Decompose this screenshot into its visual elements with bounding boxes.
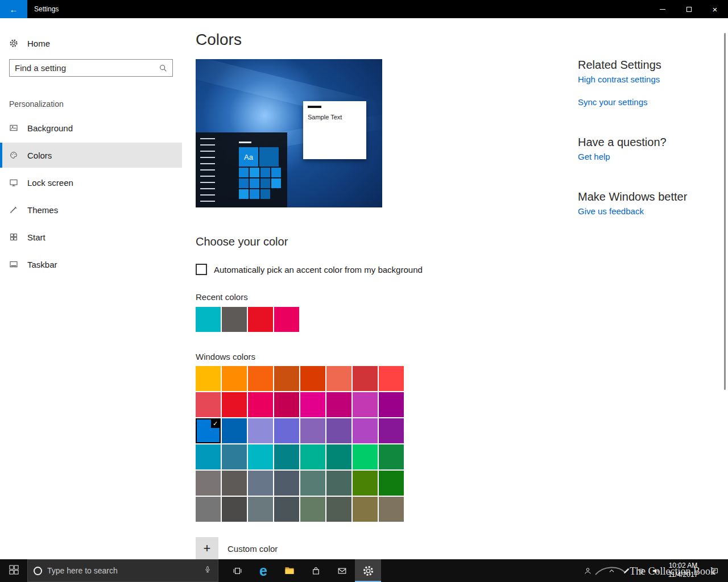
windows-color-swatch[interactable] <box>326 444 351 469</box>
windows-color-swatch[interactable] <box>274 366 299 391</box>
windows-color-swatch[interactable] <box>248 392 273 417</box>
windows-color-swatch[interactable] <box>353 392 378 417</box>
people-button[interactable] <box>579 559 596 582</box>
taskbar-search-input[interactable] <box>47 566 198 575</box>
recent-color-swatch[interactable] <box>196 307 221 332</box>
windows-color-swatch[interactable] <box>300 471 325 496</box>
auto-accent-label: Automatically pick an accent color from … <box>214 265 423 275</box>
tray-overflow-button[interactable] <box>604 559 619 582</box>
windows-color-swatch[interactable] <box>353 497 378 522</box>
custom-color-label: Custom color <box>228 544 278 554</box>
recent-color-swatch[interactable] <box>222 307 247 332</box>
action-center-button[interactable] <box>703 559 726 582</box>
windows-color-swatch[interactable] <box>379 497 404 522</box>
sidebar-item-start[interactable]: Start <box>0 225 182 250</box>
recent-color-swatch[interactable] <box>274 307 299 332</box>
edge-button[interactable]: e <box>250 559 276 582</box>
windows-color-swatch[interactable] <box>274 392 299 417</box>
gear-icon <box>9 39 18 48</box>
mail-button[interactable] <box>329 559 355 582</box>
sidebar-item-home[interactable]: Home <box>0 32 182 55</box>
windows-color-swatch[interactable]: ✓ <box>196 418 221 443</box>
windows-color-swatch[interactable] <box>222 444 247 469</box>
windows-color-swatch[interactable] <box>379 471 404 496</box>
sync-settings-link[interactable]: Sync your settings <box>578 97 648 107</box>
windows-color-swatch[interactable] <box>326 497 351 522</box>
windows-color-swatch[interactable] <box>274 497 299 522</box>
give-feedback-link[interactable]: Give us feedback <box>578 206 644 216</box>
windows-color-swatch[interactable] <box>379 366 404 391</box>
windows-color-swatch[interactable] <box>326 392 351 417</box>
preview-tile-group-label <box>239 142 251 143</box>
volume-tray-button[interactable] <box>648 559 663 582</box>
back-button[interactable]: ← <box>0 0 27 18</box>
windows-color-swatch[interactable] <box>274 418 299 443</box>
windows-color-swatch[interactable] <box>248 471 273 496</box>
windows-color-swatch[interactable] <box>379 392 404 417</box>
windows-color-swatch[interactable] <box>248 497 273 522</box>
scrollbar-thumb[interactable] <box>724 33 726 390</box>
windows-color-swatch[interactable] <box>379 418 404 443</box>
windows-color-swatch[interactable] <box>353 418 378 443</box>
windows-color-swatch[interactable] <box>222 418 247 443</box>
windows-color-swatch[interactable] <box>222 366 247 391</box>
search-icon[interactable] <box>154 64 172 73</box>
sidebar-item-colors[interactable]: Colors <box>0 143 182 168</box>
custom-color-button[interactable]: + <box>196 537 218 560</box>
windows-color-swatch[interactable] <box>326 418 351 443</box>
high-contrast-link[interactable]: High contrast settings <box>578 74 660 84</box>
windows-color-swatch[interactable] <box>353 444 378 469</box>
windows-color-swatch[interactable] <box>300 392 325 417</box>
sidebar-item-taskbar[interactable]: Taskbar <box>0 252 182 277</box>
sidebar-item-themes[interactable]: Themes <box>0 197 182 222</box>
windows-color-swatch[interactable] <box>196 392 221 417</box>
taskbar-clock[interactable]: 10:02 AM 11/4/2017 <box>663 562 703 579</box>
windows-color-swatch[interactable] <box>274 444 299 469</box>
windows-color-swatch[interactable] <box>248 366 273 391</box>
windows-color-swatch[interactable] <box>300 497 325 522</box>
windows-color-swatch[interactable] <box>353 366 378 391</box>
close-button[interactable]: × <box>702 0 728 18</box>
windows-color-swatch[interactable] <box>222 497 247 522</box>
task-view-button[interactable] <box>224 559 250 582</box>
windows-color-swatch[interactable] <box>196 366 221 391</box>
maximize-button[interactable] <box>676 0 702 18</box>
windows-color-swatch[interactable] <box>222 392 247 417</box>
recent-color-swatch[interactable] <box>248 307 273 332</box>
get-help-link[interactable]: Get help <box>578 152 610 161</box>
start-tile <box>260 178 270 188</box>
auto-accent-row[interactable]: Automatically pick an accent color from … <box>196 264 423 275</box>
file-explorer-button[interactable] <box>276 559 303 582</box>
sidebar-item-label: Background <box>27 123 73 133</box>
network-tray-button[interactable] <box>634 559 648 582</box>
network-icon <box>636 566 646 576</box>
settings-app-button[interactable] <box>355 559 381 582</box>
custom-color-row: + Custom color <box>196 537 278 560</box>
windows-color-swatch[interactable] <box>326 366 351 391</box>
start-button[interactable] <box>0 559 27 582</box>
windows-color-swatch[interactable] <box>353 471 378 496</box>
taskbar-search-box[interactable] <box>27 559 218 582</box>
windows-color-swatch[interactable] <box>300 418 325 443</box>
windows-color-swatch[interactable] <box>300 366 325 391</box>
windows-color-swatch[interactable] <box>248 444 273 469</box>
windows-color-swatch[interactable] <box>196 471 221 496</box>
settings-search-input[interactable] <box>10 60 154 76</box>
auto-accent-checkbox[interactable] <box>196 264 207 275</box>
store-button[interactable] <box>303 559 329 582</box>
windows-color-swatch[interactable] <box>196 444 221 469</box>
windows-color-swatch[interactable] <box>379 444 404 469</box>
windows-taskbar: e 10:02 AM 11/4/20 <box>0 559 728 582</box>
windows-color-swatch[interactable] <box>326 471 351 496</box>
minimize-button[interactable] <box>650 0 676 18</box>
windows-color-swatch[interactable] <box>196 497 221 522</box>
sidebar-item-lock-screen[interactable]: Lock screen <box>0 170 182 195</box>
microphone-icon[interactable] <box>203 565 212 576</box>
choose-color-heading: Choose your color <box>196 235 288 248</box>
windows-color-swatch[interactable] <box>222 471 247 496</box>
windows-color-swatch[interactable] <box>248 418 273 443</box>
pen-tray-button[interactable] <box>619 559 634 582</box>
windows-color-swatch[interactable] <box>300 444 325 469</box>
windows-color-swatch[interactable] <box>274 471 299 496</box>
sidebar-item-background[interactable]: Background <box>0 115 182 140</box>
